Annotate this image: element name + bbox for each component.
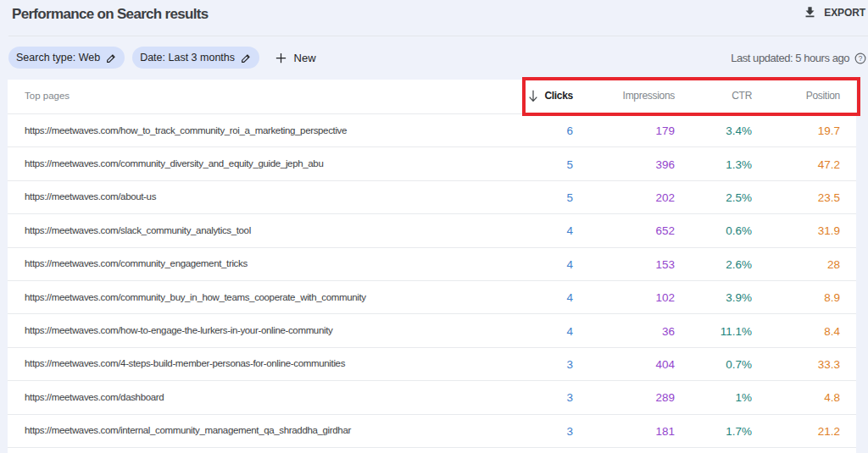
svg-text:?: ? (859, 54, 863, 62)
